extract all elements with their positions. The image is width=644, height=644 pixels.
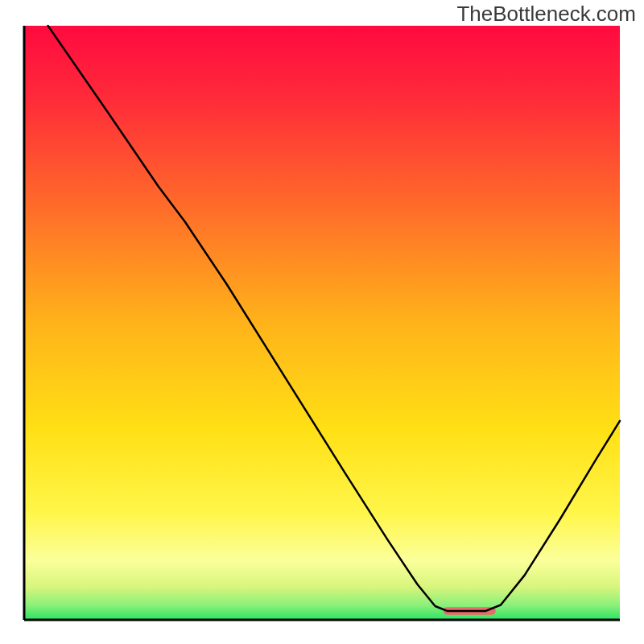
chart-container: TheBottleneck.com — [0, 0, 644, 644]
watermark-text: TheBottleneck.com — [456, 2, 636, 27]
plot-background — [24, 26, 620, 620]
bottleneck-chart — [0, 0, 644, 644]
